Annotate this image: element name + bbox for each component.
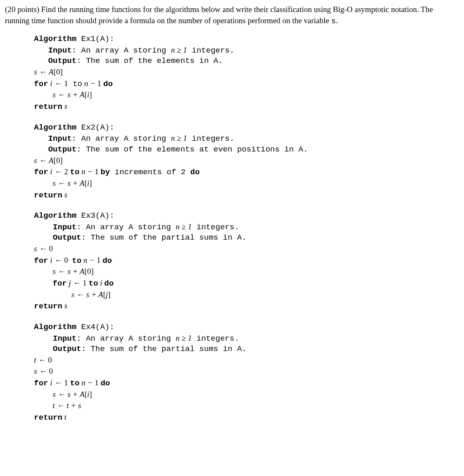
ex4-l1: t ← 0 [34,355,459,366]
ex3-l5a: s ← s + A [71,290,103,299]
ex2-l2d: 1 [94,167,100,176]
kw-output: Output [48,145,76,154]
ex4-l3d: 1 [94,378,100,387]
ex4-output-text: : The sum of the partial sums in A. [81,344,247,353]
kw-for: for [53,279,67,288]
kw-for: for [34,379,48,388]
kw-to: to [73,79,82,89]
ex3-title: Ex3(A): [77,211,114,220]
ex4-header: Algorithm Ex4(A): [34,322,459,333]
var-s: s [331,17,336,26]
ex2-header: Algorithm Ex2(A): [34,123,459,133]
ex3-l3: s ← s + A[0] [34,266,459,278]
kw-input: Input [53,223,77,232]
kw-do: do [103,79,113,89]
preamble-text: Find the running time functions for the … [5,5,433,25]
ex1-l2: for i ← 1 to n − 1 do [34,78,459,90]
kw-by: by [101,168,110,177]
kw-return: return [34,102,62,111]
ex2-l2c: n − [80,167,95,176]
kw-algorithm: Algorithm [34,211,77,220]
ex2-l2a: i ← [48,167,64,176]
ex2-l2: for i ← 2 to n − 1 by increments of 2 do [34,166,459,178]
kw-input: Input [48,46,72,55]
ex4-l6v: t [62,413,66,421]
kw-input: Input [48,134,72,143]
ex2-title: Ex2(A): [77,123,114,132]
kw-output: Output [48,56,76,65]
ex3-l4: for j ← 1 to i do [34,278,459,289]
ex4-l4b: [i] [85,390,92,399]
ex1-l1: s ← A[0] [34,67,459,78]
kw-to: to [70,379,80,388]
kw-to: to [89,279,98,288]
ex3-l2: for i ← 0 to n − 1 do [34,255,459,267]
ex3-output-text: : The sum of the partial sums in A. [81,233,247,242]
algorithm-ex1: Algorithm Ex1(A): Input: An array A stor… [34,34,459,112]
ex2-input-text: : An array A storing [72,134,171,143]
ex1-input-text: : An array A storing [72,46,171,55]
ex3-input-end: integers. [192,223,239,232]
ex3-l6: return s [34,301,459,312]
kw-do: do [101,379,110,388]
ex2-output-text: : The sum of the elements at even positi… [77,145,308,154]
ex3-l4a: j ← [67,279,83,287]
kw-to: to [72,256,82,265]
ex4-l1b: 0 [48,356,52,364]
algorithm-ex4: Algorithm Ex4(A): Input: An array A stor… [34,322,459,423]
kw-do: do [190,168,200,177]
ex1-l2d: 1 [97,79,103,88]
kw-to: to [70,168,80,177]
ex3-output: Output: The sum of the partial sums in A… [34,233,459,243]
ex3-l2c: n − [82,256,97,264]
ex1-l4v: s [62,102,67,111]
ex2-input-cond: n ≥ 1 [171,134,187,142]
ex3-input-text: : An array A storing [77,223,176,232]
ex1-input: Input: An array A storing n ≥ 1 integers… [34,45,459,56]
kw-algorithm: Algorithm [34,34,77,43]
ex3-l5: s ← s + A[j] [34,289,459,301]
ex4-l2: s ← 0 [34,366,459,377]
ex1-l4: return s [34,101,459,113]
ex4-l4a: s ← s + A [53,390,85,399]
ex2-l3b: [i] [85,179,92,188]
kw-for: for [34,79,48,89]
kw-do: do [104,279,114,288]
ex1-l2b: 1 [64,79,68,88]
ex4-l2a: s ← [34,367,49,375]
ex3-l2d: 1 [97,256,102,264]
ex2-l4: return s [34,190,459,201]
ex4-l5: t ← t + s [34,400,459,412]
ex4-title: Ex4(A): [77,322,114,332]
ex3-l1a: s ← [34,244,49,253]
ex3-input-cond: n ≥ 1 [176,222,192,231]
ex1-l3a: s ← s + A [53,90,85,99]
kw-for: for [34,168,48,177]
algorithm-ex3: Algorithm Ex3(A): Input: An array A stor… [34,211,459,312]
kw-do: do [102,256,112,265]
ex1-l2c: n − [82,79,97,88]
ex2-l1a: s ← A [34,156,53,165]
kw-return: return [34,302,62,311]
ex4-l3: for i ← 1 to n − 1 do [34,377,459,389]
ex1-l2a: i ← [48,79,64,88]
kw-input: Input [53,334,77,343]
ex1-input-end: integers. [187,46,234,55]
ex3-l4c: i [98,279,104,287]
ex2-l1: s ← A[0] [34,155,459,167]
ex3-l3a: s ← s + A [53,267,85,276]
ex4-input-cond: n ≥ 1 [176,334,192,342]
ex1-l1a: s ← A [34,67,53,76]
ex1-header: Algorithm Ex1(A): [34,34,459,45]
ex3-l2b: 0 [64,256,72,264]
ex4-l1a: t ← [34,356,48,364]
ex3-header: Algorithm Ex3(A): [34,211,459,221]
ex2-l2b: 2 [64,167,70,176]
ex4-input-end: integers. [192,334,239,343]
ex1-output-text: : The sum of the elements in A. [77,56,223,65]
ex4-l5a: t ← t + s [53,401,81,410]
ex2-input-end: integers. [187,134,234,143]
ex1-title: Ex1(A): [77,34,114,43]
kw-algorithm: Algorithm [34,123,77,132]
preamble-period: . [336,16,338,25]
